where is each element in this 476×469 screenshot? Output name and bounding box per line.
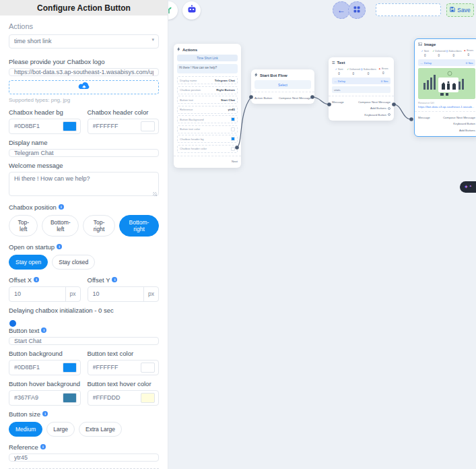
compose-next-message-output-port[interactable]: Compose Next Message bbox=[279, 96, 311, 100]
button-text-color-input[interactable] bbox=[88, 364, 141, 371]
color-swatch bbox=[231, 147, 235, 151]
offset-y-field: px bbox=[88, 286, 160, 302]
actions-row-header-bg: Chatbox header bg bbox=[177, 135, 238, 143]
supported-types-hint: Supported types: png, jpg bbox=[9, 97, 159, 103]
actions-icon bbox=[177, 47, 180, 52]
logo-upload-dropzone[interactable] bbox=[9, 80, 159, 94]
edge-text-to-image bbox=[394, 104, 411, 119]
ai-assistant-button[interactable]: ✦ ✦ bbox=[460, 181, 476, 193]
offset-x-input[interactable] bbox=[9, 290, 65, 297]
info-icon: i bbox=[42, 411, 48, 416]
position-top-right-pill[interactable]: Top-right bbox=[83, 215, 115, 237]
header-bg-swatch[interactable] bbox=[63, 121, 77, 131]
sent-icon: ✓ bbox=[335, 67, 337, 71]
button-hover-bg-input[interactable] bbox=[9, 394, 63, 401]
bot-button[interactable] bbox=[182, 1, 201, 20]
header-bg-input[interactable] bbox=[9, 123, 63, 129]
welcome-message-label: Welcome message bbox=[9, 162, 159, 169]
message-input-port[interactable]: Message bbox=[332, 100, 344, 104]
offset-x-label: Offset X i bbox=[9, 276, 81, 284]
actions-row-button-bg: Button Background bbox=[177, 115, 238, 123]
start-node-select[interactable]: Select bbox=[254, 80, 311, 89]
header-color-label: Chatbox header color bbox=[88, 108, 160, 116]
text-node-content[interactable]: utats bbox=[332, 86, 390, 93]
image-preview[interactable] bbox=[418, 68, 475, 99]
position-top-left-pill[interactable]: Top-left bbox=[9, 215, 38, 237]
button-text-hover-input[interactable] bbox=[88, 394, 141, 401]
display-name-input[interactable] bbox=[9, 149, 159, 157]
image-node-extra-ports: Keyboard Button Add Buttons bbox=[418, 121, 475, 133]
size-medium-pill[interactable]: Medium bbox=[9, 422, 42, 437]
actions-node-action-pill[interactable]: Time Short Link bbox=[177, 55, 238, 61]
actions-row-position: Chatbox position Right Bottom bbox=[177, 86, 238, 94]
button-text-hover-swatch[interactable] bbox=[141, 393, 155, 403]
action-select-input[interactable] bbox=[9, 34, 159, 49]
compose-next-message-output-port[interactable]: Compose Next Message bbox=[443, 116, 475, 119]
stat-delivered: ✓Delivered 0 bbox=[432, 49, 446, 57]
text-node[interactable]: ☰ Text ✓Sent 0 ✓Delivered 0 ◎Subscribers… bbox=[329, 57, 394, 121]
offset-x-unit: px bbox=[65, 287, 80, 301]
action-select[interactable]: ▾ bbox=[9, 34, 159, 49]
message-input-port[interactable]: Message bbox=[418, 116, 430, 119]
button-bg-swatch[interactable] bbox=[63, 363, 77, 373]
floppy-icon bbox=[450, 7, 455, 13]
header-color-input[interactable] bbox=[88, 123, 141, 129]
welcome-message-textarea[interactable]: Hi there ! How can we help? bbox=[9, 172, 159, 196]
cloud-upload-icon bbox=[77, 81, 91, 94]
info-icon: i bbox=[57, 244, 62, 249]
actions-row-header-color: Chatbox header color bbox=[177, 145, 238, 153]
image-node[interactable]: Image ✓Sent 0 ✓Delivered 0 ◎Subscribers … bbox=[414, 38, 476, 137]
sparkle-icon: ✦ bbox=[464, 184, 469, 190]
header-bg-field bbox=[9, 119, 81, 134]
plant-button[interactable] bbox=[168, 1, 178, 20]
start-bot-flow-node[interactable]: Start Bot Flow Select Action Button Comp… bbox=[251, 69, 314, 104]
button-hover-bg-swatch[interactable] bbox=[63, 393, 77, 403]
info-icon: i bbox=[112, 277, 117, 282]
action-button-input-port[interactable]: Action Button bbox=[254, 96, 272, 100]
node-separator bbox=[251, 92, 314, 92]
compose-next-message-output-port[interactable]: Compose Next Message bbox=[358, 100, 390, 104]
resource-url-link[interactable]: https://bot-data.s3.ap-southeast-1.wasab… bbox=[418, 105, 475, 108]
offset-y-input[interactable] bbox=[88, 290, 144, 297]
actions-next-port[interactable]: Next bbox=[177, 159, 238, 164]
stay-open-pill[interactable]: Stay open bbox=[9, 255, 48, 270]
button-bg-field bbox=[9, 360, 81, 375]
header-color-field bbox=[88, 119, 160, 134]
add-buttons-port[interactable]: Add Buttons bbox=[418, 127, 475, 133]
canvas-save-button[interactable]: Save bbox=[446, 3, 474, 17]
delay-initialization-label: Delaying chatbox initialization - 0 sec bbox=[9, 307, 159, 314]
button-text-hover-field bbox=[88, 390, 160, 406]
text-lines-icon: ☰ bbox=[332, 61, 335, 65]
stat-delivered: ✓Delivered 0 bbox=[346, 67, 360, 75]
keyboard-button-port[interactable]: Keyboard Button bbox=[332, 112, 390, 117]
dashboard-button[interactable] bbox=[348, 1, 366, 19]
logo-url-input[interactable] bbox=[9, 68, 159, 76]
open-on-startup-label: Open on startup i bbox=[9, 243, 159, 251]
button-bg-input[interactable] bbox=[9, 364, 63, 371]
plant-icon bbox=[168, 5, 173, 17]
position-bottom-right-pill[interactable]: Bottom-right bbox=[119, 215, 159, 237]
header-color-swatch[interactable] bbox=[141, 121, 155, 131]
actions-node[interactable]: Actions Time Short Link Hi there ! How c… bbox=[174, 44, 241, 168]
reference-input[interactable] bbox=[9, 454, 159, 462]
port-dot[interactable] bbox=[409, 117, 413, 121]
image-preview-illustration bbox=[418, 68, 475, 99]
stay-closed-pill[interactable]: Stay closed bbox=[52, 255, 95, 270]
keyboard-button-port[interactable]: Keyboard Button bbox=[418, 121, 475, 127]
size-large-pill[interactable]: Large bbox=[46, 422, 75, 437]
port-ring-icon bbox=[388, 113, 390, 116]
button-text-input[interactable] bbox=[9, 337, 159, 345]
text-node-port-row: Message Compose Next Message bbox=[332, 99, 390, 104]
flow-canvas[interactable]: ← Save Actions Time Short Link Hi there … bbox=[168, 0, 476, 469]
offset-x-field: px bbox=[9, 286, 81, 302]
image-node-delay-bar[interactable]: … Delay 0 Sec bbox=[418, 59, 475, 66]
actions-row-button-text: Button text Start Chat bbox=[177, 96, 238, 104]
flow-name-input[interactable] bbox=[376, 3, 441, 16]
add-buttons-port[interactable]: Add Buttons bbox=[332, 106, 390, 111]
position-bottom-left-pill[interactable]: Bottom-left bbox=[42, 215, 79, 237]
button-text-color-swatch[interactable] bbox=[141, 363, 155, 373]
delay-slider-thumb[interactable] bbox=[9, 320, 16, 327]
size-extra-large-pill[interactable]: Extra Large bbox=[79, 422, 122, 437]
text-node-delay-bar[interactable]: … Delay 0 Sec bbox=[332, 77, 390, 84]
stat-sent: ✓Sent 0 bbox=[418, 49, 432, 57]
